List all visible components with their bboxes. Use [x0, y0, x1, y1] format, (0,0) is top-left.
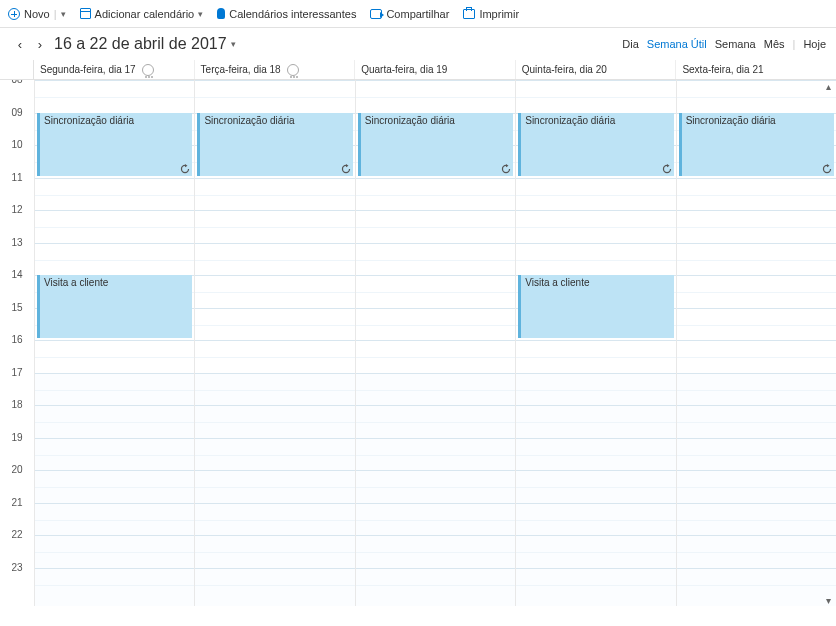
- print-button[interactable]: Imprimir: [463, 8, 519, 20]
- time-slot[interactable]: [677, 535, 836, 568]
- time-slot[interactable]: [195, 275, 354, 308]
- time-slot[interactable]: [195, 405, 354, 438]
- prev-week-button[interactable]: ‹: [10, 34, 30, 54]
- time-slot[interactable]: [356, 568, 515, 601]
- time-slot[interactable]: [356, 373, 515, 406]
- time-slot[interactable]: [195, 503, 354, 536]
- time-slot[interactable]: [677, 340, 836, 373]
- time-slot[interactable]: [195, 535, 354, 568]
- time-slot[interactable]: [356, 210, 515, 243]
- time-slot[interactable]: [35, 243, 194, 276]
- day-header[interactable]: Terça-feira, dia 18: [195, 60, 356, 79]
- time-slot[interactable]: [356, 308, 515, 341]
- calendar-event[interactable]: Sincronização diária: [358, 113, 513, 176]
- time-slot[interactable]: [195, 568, 354, 601]
- time-slot[interactable]: [677, 373, 836, 406]
- time-slot[interactable]: [195, 373, 354, 406]
- share-button[interactable]: Compartilhar: [370, 8, 449, 20]
- scroll-down-button[interactable]: ▾: [822, 594, 834, 606]
- time-slot[interactable]: [677, 178, 836, 211]
- time-slot[interactable]: [195, 340, 354, 373]
- day-header[interactable]: Quinta-feira, dia 20: [516, 60, 677, 79]
- time-slot[interactable]: [516, 210, 675, 243]
- time-slot[interactable]: [195, 80, 354, 113]
- time-slot[interactable]: [516, 340, 675, 373]
- calendar-event[interactable]: Sincronização diária: [197, 113, 352, 176]
- view-month[interactable]: Mês: [764, 38, 785, 50]
- chevron-down-icon[interactable]: ▾: [61, 9, 66, 19]
- time-slot[interactable]: [356, 405, 515, 438]
- next-week-button[interactable]: ›: [30, 34, 50, 54]
- time-slot[interactable]: [516, 438, 675, 471]
- time-slot[interactable]: [516, 503, 675, 536]
- calendar-event[interactable]: Sincronização diária: [518, 113, 673, 176]
- time-slot[interactable]: [35, 503, 194, 536]
- time-slot[interactable]: [356, 535, 515, 568]
- time-slot[interactable]: [195, 243, 354, 276]
- interesting-calendars-button[interactable]: Calendários interessantes: [217, 8, 356, 20]
- time-slot[interactable]: [516, 470, 675, 503]
- time-slot[interactable]: [35, 405, 194, 438]
- calendar-event[interactable]: Visita a cliente: [37, 275, 192, 338]
- day-column[interactable]: Sincronização diáriaVisita a cliente: [34, 80, 194, 606]
- chevron-down-icon[interactable]: ▾: [198, 9, 203, 19]
- time-slot[interactable]: [516, 80, 675, 113]
- day-column[interactable]: Sincronização diária: [676, 80, 836, 606]
- time-slot[interactable]: [356, 340, 515, 373]
- time-slot[interactable]: [356, 80, 515, 113]
- time-slot[interactable]: [677, 275, 836, 308]
- time-slot[interactable]: [677, 438, 836, 471]
- time-slot[interactable]: [516, 243, 675, 276]
- time-slot[interactable]: [35, 535, 194, 568]
- calendar-event[interactable]: Sincronização diária: [679, 113, 834, 176]
- time-slot[interactable]: [356, 438, 515, 471]
- day-header[interactable]: Segunda-feira, dia 17: [34, 60, 195, 79]
- day-header[interactable]: Quarta-feira, dia 19: [355, 60, 516, 79]
- time-slot[interactable]: [35, 178, 194, 211]
- time-slot[interactable]: [356, 243, 515, 276]
- view-week[interactable]: Semana: [715, 38, 756, 50]
- day-column[interactable]: Sincronização diária: [194, 80, 354, 606]
- time-slot[interactable]: [516, 405, 675, 438]
- view-work-week[interactable]: Semana Útil: [647, 38, 707, 50]
- time-slot[interactable]: [677, 405, 836, 438]
- day-header[interactable]: Sexta-feira, dia 21: [676, 60, 836, 79]
- date-range[interactable]: 16 a 22 de abril de 2017 ▾: [54, 35, 236, 53]
- view-today[interactable]: Hoje: [803, 38, 826, 50]
- time-slot[interactable]: [516, 535, 675, 568]
- time-slot[interactable]: [35, 438, 194, 471]
- day-column[interactable]: Sincronização diáriaVisita a cliente: [515, 80, 675, 606]
- time-slot[interactable]: [356, 275, 515, 308]
- time-slot[interactable]: [195, 438, 354, 471]
- time-slot[interactable]: [516, 373, 675, 406]
- time-slot[interactable]: [516, 568, 675, 601]
- time-slot[interactable]: [195, 210, 354, 243]
- time-slot[interactable]: [677, 568, 836, 601]
- add-calendar-button[interactable]: Adicionar calendário ▾: [80, 8, 204, 20]
- scroll-up-button[interactable]: ▴: [822, 80, 834, 92]
- new-button[interactable]: Novo | ▾: [8, 8, 66, 20]
- time-slot[interactable]: [195, 178, 354, 211]
- time-slot[interactable]: [356, 470, 515, 503]
- time-slot[interactable]: [677, 503, 836, 536]
- time-slot[interactable]: [677, 80, 836, 113]
- time-slot[interactable]: [677, 470, 836, 503]
- time-slot[interactable]: [35, 210, 194, 243]
- time-slot[interactable]: [35, 340, 194, 373]
- time-slot[interactable]: [516, 178, 675, 211]
- time-slot[interactable]: [356, 503, 515, 536]
- time-slot[interactable]: [35, 470, 194, 503]
- time-slot[interactable]: [35, 568, 194, 601]
- view-day[interactable]: Dia: [622, 38, 639, 50]
- time-slot[interactable]: [677, 210, 836, 243]
- time-slot[interactable]: [35, 373, 194, 406]
- time-slot[interactable]: [195, 308, 354, 341]
- time-slot[interactable]: [677, 243, 836, 276]
- calendar-event[interactable]: Sincronização diária: [37, 113, 192, 176]
- time-slot[interactable]: [677, 308, 836, 341]
- time-slot[interactable]: [195, 470, 354, 503]
- time-slot[interactable]: [35, 80, 194, 113]
- day-column[interactable]: Sincronização diária: [355, 80, 515, 606]
- time-slot[interactable]: [356, 178, 515, 211]
- calendar-event[interactable]: Visita a cliente: [518, 275, 673, 338]
